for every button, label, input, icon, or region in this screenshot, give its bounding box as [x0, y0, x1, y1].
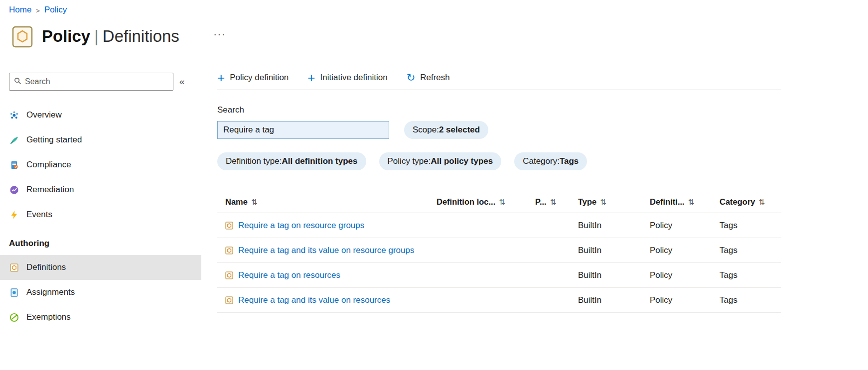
policy-icon [12, 25, 33, 48]
sort-icon: ⇅ [499, 198, 505, 207]
getting-started-icon [9, 135, 19, 145]
breadcrumb: Home > Policy [9, 5, 67, 15]
refresh-button[interactable]: ↻ Refresh [407, 73, 450, 83]
definition-type-cell: Policy [650, 295, 720, 305]
definition-link[interactable]: Require a tag on resource groups [238, 221, 364, 231]
sidebar-item-label: Definitions [26, 262, 66, 272]
table-row[interactable]: Require a tag on resources BuiltIn Polic… [217, 263, 781, 288]
definition-search-box[interactable] [217, 121, 389, 139]
type-cell: BuiltIn [578, 221, 650, 231]
table-row[interactable]: Require a tag and its value on resources… [217, 288, 781, 313]
type-cell: BuiltIn [578, 295, 650, 305]
sidebar-search-box[interactable] [9, 73, 173, 91]
column-header-definition-location[interactable]: Definition loc...⇅ [436, 197, 535, 207]
sidebar-item-compliance[interactable]: Compliance [0, 152, 201, 177]
column-label: Definiti... [650, 197, 685, 207]
table-row[interactable]: Require a tag on resource groups BuiltIn… [217, 213, 781, 238]
column-header-name[interactable]: Name⇅ [217, 197, 436, 207]
sidebar-item-events[interactable]: Events [0, 202, 201, 227]
name-cell: Require a tag on resource groups [217, 221, 436, 231]
name-cell: Require a tag and its value on resource … [217, 246, 436, 255]
sidebar-section-authoring: Authoring [0, 232, 201, 255]
compliance-icon [9, 160, 19, 170]
sidebar-item-label: Exemptions [26, 312, 71, 322]
definition-type-cell: Policy [650, 270, 720, 280]
overview-icon [9, 110, 19, 120]
filter-pill-definition-type[interactable]: Definition type : All definition types [217, 152, 366, 170]
exemptions-icon [9, 312, 19, 322]
sort-icon: ⇅ [251, 198, 258, 207]
page-title-separator: | [94, 27, 99, 45]
definition-search-input[interactable] [223, 125, 383, 135]
sidebar-item-assignments[interactable]: Assignments [0, 280, 201, 305]
table-header-row: Name⇅ Definition loc...⇅ P...⇅ Type⇅ Def… [217, 191, 781, 213]
table-row[interactable]: Require a tag and its value on resource … [217, 238, 781, 263]
column-label: Type [578, 197, 596, 207]
pill-value: Tags [560, 156, 579, 166]
pill-value: 2 selected [439, 125, 480, 135]
filter-pill-scope[interactable]: Scope : 2 selected [404, 121, 488, 139]
sidebar-nav: Overview Getting started Compliance Reme… [0, 103, 201, 330]
breadcrumb-chevron-icon: > [36, 6, 40, 14]
sidebar-item-label: Getting started [26, 135, 82, 145]
pill-label: Scope [413, 125, 436, 135]
category-cell: Tags [720, 270, 781, 280]
breadcrumb-home-link[interactable]: Home [9, 5, 31, 15]
column-label: Category [720, 197, 755, 207]
name-cell: Require a tag and its value on resources [217, 295, 436, 305]
sidebar-search-row: « [9, 73, 201, 91]
remediation-icon [9, 185, 19, 195]
column-header-category[interactable]: Category⇅ [720, 197, 781, 207]
plus-icon: + [307, 73, 315, 83]
sidebar-item-overview[interactable]: Overview [0, 103, 201, 127]
sidebar-item-label: Events [26, 210, 52, 220]
page-title: Policy|Definitions [42, 27, 179, 46]
filter-pill-policy-type[interactable]: Policy type : All policy types [379, 152, 502, 170]
sidebar-item-label: Compliance [26, 160, 71, 170]
filter-row-primary: Scope : 2 selected [217, 121, 781, 139]
definition-link[interactable]: Require a tag and its value on resources [238, 295, 390, 305]
policy-definition-label: Policy definition [230, 73, 289, 83]
assignments-icon [9, 287, 19, 297]
collapse-sidebar-button[interactable]: « [179, 76, 185, 87]
pill-label: Policy type [388, 156, 429, 166]
definition-link[interactable]: Require a tag and its value on resource … [238, 246, 414, 255]
column-label: P... [535, 197, 547, 207]
sidebar: « Overview Getting started Compliance Re… [0, 73, 201, 370]
pill-value: All definition types [282, 156, 357, 166]
sidebar-item-label: Assignments [26, 287, 75, 297]
page-title-secondary: Definitions [103, 27, 179, 45]
filter-pill-category[interactable]: Category : Tags [514, 152, 587, 170]
initiative-definition-label: Initiative definition [320, 73, 388, 83]
type-cell: BuiltIn [578, 246, 650, 255]
more-options-icon[interactable]: ··· [213, 28, 226, 41]
policy-definition-button[interactable]: + Policy definition [217, 73, 289, 83]
sidebar-item-remediation[interactable]: Remediation [0, 177, 201, 202]
sort-icon: ⇅ [600, 198, 606, 207]
definition-link[interactable]: Require a tag on resources [238, 270, 340, 280]
sidebar-search-input[interactable] [25, 77, 168, 86]
search-label: Search [217, 105, 781, 115]
pill-value: All policy types [431, 156, 493, 166]
policy-definition-icon [225, 271, 233, 279]
search-icon [14, 77, 21, 87]
plus-icon: + [217, 73, 225, 83]
column-label: Name [225, 197, 248, 207]
column-header-type[interactable]: Type⇅ [578, 197, 650, 207]
initiative-definition-button[interactable]: + Initiative definition [307, 73, 387, 83]
column-header-policies[interactable]: P...⇅ [535, 197, 578, 207]
refresh-label: Refresh [420, 73, 450, 83]
sidebar-item-label: Remediation [26, 185, 74, 195]
column-header-definition-type[interactable]: Definiti...⇅ [650, 197, 720, 207]
sidebar-item-getting-started[interactable]: Getting started [0, 127, 201, 152]
sidebar-item-definitions[interactable]: Definitions [0, 255, 201, 280]
policy-definition-icon [225, 247, 233, 254]
policy-definition-icon [225, 222, 233, 230]
definitions-table: Name⇅ Definition loc...⇅ P...⇅ Type⇅ Def… [217, 191, 781, 313]
sidebar-item-exemptions[interactable]: Exemptions [0, 305, 201, 330]
refresh-icon: ↻ [407, 73, 416, 83]
category-cell: Tags [720, 295, 781, 305]
breadcrumb-policy-link[interactable]: Policy [44, 5, 67, 15]
definitions-icon [9, 262, 19, 272]
filter-row-secondary: Definition type : All definition types P… [217, 152, 781, 170]
